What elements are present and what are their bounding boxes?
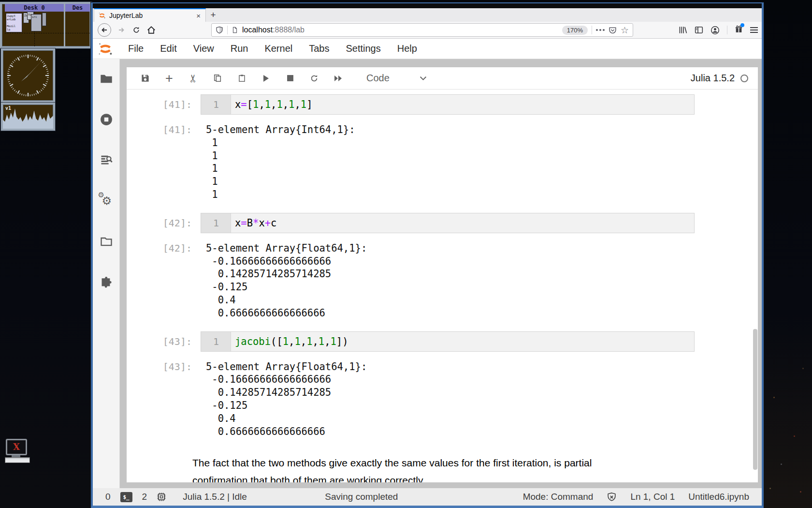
page-actions-icon[interactable] bbox=[596, 29, 605, 31]
run-all-button[interactable] bbox=[334, 75, 343, 82]
library-icon[interactable] bbox=[679, 26, 687, 34]
code-editor[interactable]: 1jacobi([1,1,1,1,1]) bbox=[201, 331, 695, 352]
code-token: 1 bbox=[253, 99, 259, 110]
reload-button[interactable] bbox=[130, 24, 143, 36]
property-inspector-icon[interactable]: ⚙⚙ bbox=[99, 194, 114, 208]
notebook-scrollbar-thumb[interactable] bbox=[753, 329, 757, 470]
tracking-protection-shield-icon[interactable] bbox=[216, 26, 223, 34]
code-token: 1 bbox=[276, 99, 282, 110]
url-bar[interactable]: localhost:8888/lab 170% ☆ bbox=[211, 23, 633, 37]
cut-cells-button[interactable]: ✂ bbox=[188, 72, 198, 85]
tab-title: JupyterLab bbox=[109, 12, 192, 19]
whats-new-gift-icon[interactable] bbox=[735, 25, 743, 35]
pager-miniwindow-browser[interactable]: JupyterLab-Mozilla bbox=[6, 13, 22, 32]
code-token: 1 bbox=[306, 336, 312, 347]
save-button[interactable] bbox=[140, 74, 150, 83]
menu-help[interactable]: Help bbox=[389, 43, 425, 54]
input-prompt: [41]: bbox=[127, 94, 201, 115]
menu-tabs[interactable]: Tabs bbox=[301, 43, 337, 54]
kernel-status-icon[interactable] bbox=[740, 75, 748, 82]
code-token: = bbox=[241, 217, 246, 229]
code-editor[interactable]: 1x=[1,1,1,1,1] bbox=[201, 94, 695, 115]
new-tab-button[interactable]: + bbox=[206, 8, 220, 22]
back-button[interactable] bbox=[98, 23, 111, 37]
bookmark-star-icon[interactable]: ☆ bbox=[621, 26, 629, 35]
menu-edit[interactable]: Edit bbox=[152, 43, 185, 54]
line-number-gutter: 1 bbox=[201, 213, 231, 233]
pager-desk0-title[interactable]: Desk 0 bbox=[5, 4, 64, 12]
stop-button[interactable] bbox=[285, 75, 295, 82]
kernels-count[interactable]: 2 bbox=[142, 492, 147, 502]
code-token: c bbox=[271, 217, 276, 229]
cell-type-select[interactable]: Code bbox=[366, 73, 390, 84]
running-kernels-icon[interactable] bbox=[99, 112, 114, 127]
filename[interactable]: Untitled6.ipynb bbox=[688, 492, 749, 502]
code-token: + bbox=[265, 217, 271, 229]
output-prompt: [42]: bbox=[127, 242, 201, 320]
menu-kernel[interactable]: Kernel bbox=[256, 43, 301, 54]
code-token: x bbox=[235, 99, 241, 110]
pager-desk1[interactable] bbox=[65, 12, 90, 46]
jupyter-menu-bar: File Edit View Run Kernel Tabs Settings … bbox=[93, 39, 762, 59]
pager-miniwindow[interactable]: src bbox=[31, 14, 42, 31]
xterm-desktop-icon[interactable]: X bbox=[5, 438, 32, 470]
trust-shield-icon[interactable] bbox=[607, 492, 617, 502]
tab-close-icon[interactable]: × bbox=[195, 12, 202, 19]
menu-run[interactable]: Run bbox=[222, 43, 257, 54]
code-cell-input-row: [43]:1jacobi([1,1,1,1,1]) bbox=[127, 331, 758, 352]
terminals-count[interactable]: 0 bbox=[105, 492, 111, 502]
sidebar-toggle-icon[interactable] bbox=[695, 26, 703, 34]
code-cell-input-row: [42]:1x=B*x+c bbox=[127, 213, 758, 233]
command-mode-indicator[interactable]: Mode: Command bbox=[523, 492, 594, 502]
pager-grid-line bbox=[5, 33, 64, 33]
page-icon[interactable] bbox=[232, 26, 238, 34]
tab-jupyterlab[interactable]: JupyterLab × bbox=[94, 8, 206, 22]
code-line[interactable]: x=B*x+c bbox=[231, 217, 276, 229]
clock-hour-hand bbox=[21, 74, 29, 82]
cell-output-text: 5-element Array{Int64,1}: 1 1 1 1 1 bbox=[201, 123, 355, 201]
code-token: x bbox=[259, 217, 264, 229]
city-light bbox=[781, 463, 782, 465]
markdown-cell[interactable]: The fact that the two methods give exact… bbox=[127, 454, 758, 482]
output-prompt: [43]: bbox=[127, 360, 201, 438]
command-palette-icon[interactable] bbox=[99, 153, 114, 167]
tab-bar[interactable]: JupyterLab × + bbox=[93, 8, 762, 22]
kernel-name[interactable]: Julia 1.5.2 bbox=[691, 73, 735, 84]
pocket-icon[interactable] bbox=[609, 26, 617, 34]
code-line[interactable]: jacobi([1,1,1,1,1]) bbox=[231, 336, 348, 347]
restart-kernel-button[interactable] bbox=[309, 74, 319, 83]
run-button[interactable] bbox=[261, 74, 271, 83]
menu-hamburger-icon[interactable] bbox=[750, 27, 758, 33]
kernel-status-text[interactable]: Julia 1.5.2 | Idle bbox=[183, 492, 247, 502]
menu-settings[interactable]: Settings bbox=[337, 43, 389, 54]
notebook-content[interactable]: [41]:1x=[1,1,1,1,1][41]:5-element Array{… bbox=[127, 90, 758, 482]
account-icon[interactable] bbox=[710, 26, 720, 35]
code-token: 1 bbox=[301, 99, 306, 110]
pager-desk1-title[interactable]: Des bbox=[65, 4, 90, 12]
pager-desk0[interactable]: JupyterLab-Mozilla Zo Xa src bbox=[5, 12, 64, 46]
cell-output-text: 5-element Array{Float64,1}: -0.166666666… bbox=[201, 360, 367, 438]
url-text[interactable]: localhost:8888/lab bbox=[242, 26, 558, 34]
open-tabs-icon[interactable] bbox=[99, 234, 114, 249]
code-token: = bbox=[241, 99, 246, 110]
code-token: 1 bbox=[265, 99, 271, 110]
zoom-level-indicator[interactable]: 170% bbox=[562, 26, 588, 35]
code-editor[interactable]: 1x=B*x+c bbox=[201, 213, 695, 233]
kernel-chip-icon bbox=[157, 492, 166, 502]
cursor-position[interactable]: Ln 1, Col 1 bbox=[630, 492, 675, 502]
home-button[interactable] bbox=[145, 24, 158, 36]
copy-cells-button[interactable] bbox=[213, 74, 222, 83]
pager-grid-line bbox=[65, 33, 90, 33]
menu-file[interactable]: File bbox=[120, 43, 152, 54]
file-browser-icon[interactable] bbox=[99, 72, 114, 86]
add-cell-button[interactable]: + bbox=[164, 74, 174, 83]
desktop-pager[interactable]: Desk 0 Des JupyterLab-Mozilla Zo Xa src bbox=[0, 2, 92, 48]
code-token: [ bbox=[276, 336, 282, 347]
menu-view[interactable]: View bbox=[185, 43, 222, 54]
paste-cells-button[interactable] bbox=[237, 74, 246, 83]
forward-button[interactable] bbox=[115, 24, 128, 36]
pager-miniwindow[interactable] bbox=[42, 13, 46, 26]
extension-manager-icon[interactable] bbox=[99, 275, 114, 289]
code-line[interactable]: x=[1,1,1,1,1] bbox=[231, 99, 312, 110]
chevron-down-icon[interactable] bbox=[420, 74, 427, 83]
